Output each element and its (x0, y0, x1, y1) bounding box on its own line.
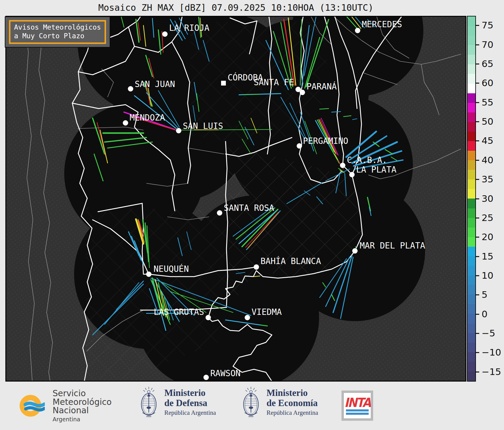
colorbar-segment (468, 36, 475, 45)
city-marker (162, 31, 168, 37)
tick-mark (476, 121, 479, 122)
inta-logo-inner: INTA (344, 393, 371, 418)
colorbar-tick-label: 5 (482, 289, 488, 300)
tick-mark (476, 371, 479, 372)
colorbar-segment (468, 84, 475, 93)
tick-mark (476, 160, 479, 161)
smn-line2: Meteorológico (53, 398, 112, 407)
alert-line1: Avisos Meteorológicos (14, 23, 101, 32)
smn-wordmark: Servicio Meteorológico Nacional Argentin… (53, 389, 112, 423)
city-label: SANTA ROSA (224, 203, 274, 213)
colorbar-tick-label: 0 (482, 308, 488, 319)
colorbar-segment (468, 64, 475, 74)
city-marker (128, 86, 133, 92)
tick-mark (476, 141, 479, 141)
colorbar-segment (468, 237, 475, 247)
colorbar-segment (468, 285, 475, 295)
footer: Servicio Meteorológico Nacional Argentin… (0, 382, 504, 430)
city-marker (300, 90, 305, 95)
smn-logo: Servicio Meteorológico Nacional Argentin… (19, 389, 112, 423)
tick-mark (476, 102, 479, 103)
colorbar-tick-label: −5 (482, 328, 495, 338)
tick-mark (476, 256, 479, 257)
colorbar-tick-label: 70 (482, 39, 493, 50)
city-marker (203, 375, 209, 380)
colorbar-segment (468, 112, 475, 122)
colorbar-segment (468, 160, 475, 170)
colorbar-tick-label: 50 (482, 116, 493, 127)
colorbar-segment (468, 275, 475, 285)
city-label: MERCEDES (362, 19, 402, 29)
economia-logo: Ministerio de Economía República Argenti… (241, 385, 318, 419)
colorbar-segment (468, 103, 475, 112)
smn-line3: Nacional (53, 406, 112, 415)
colorbar-segments (468, 16, 475, 381)
tick-mark (476, 198, 479, 199)
smn-line4: Argentina (53, 416, 112, 423)
tick-mark (476, 25, 479, 26)
colorbar-segment (468, 74, 475, 83)
city-label: LA RIOJA (169, 23, 209, 33)
tick-mark (476, 295, 479, 295)
city-marker (297, 143, 302, 149)
smn-line1: Servicio (53, 389, 112, 398)
colorbar-segment (468, 141, 475, 151)
colorbar-tick-label: 20 (482, 231, 493, 242)
colorbar-segment (468, 314, 475, 323)
colorbar-segment (468, 247, 475, 256)
colorbar-segment (468, 362, 475, 371)
inta-wordmark: INTA (344, 396, 370, 409)
tick-mark (476, 217, 479, 218)
alert-box-inner: Avisos Meteorológicos a Muy Corto Plazo (9, 20, 106, 44)
tick-mark (476, 314, 479, 315)
city-label: RAWSON (210, 368, 240, 378)
economia-line2: de Economía (266, 398, 318, 408)
defensa-line2: de Defensa (164, 398, 216, 408)
city-marker (245, 315, 250, 320)
city-label: SAN LUIS (183, 121, 223, 131)
radar-product-page: Mosaico ZH MAX [dBZ] 07.09.2025 10:10HOA… (0, 0, 504, 430)
colorbar-segment (468, 189, 475, 199)
defensa-line1: Ministerio (164, 388, 216, 398)
colorbar-segment (468, 352, 475, 362)
colorbar-segment (468, 170, 475, 179)
city-marker (355, 28, 360, 33)
coat-of-arms-icon (241, 385, 261, 419)
colorbar-tick-label: 55 (482, 97, 493, 107)
colorbar-tick-label: −15 (482, 366, 501, 377)
colorbar-tick-label: 15 (482, 251, 493, 261)
colorbar-tick-label: 35 (482, 174, 493, 184)
colorbar-segment (468, 266, 475, 275)
tick-mark (476, 63, 479, 64)
city-label: MENDOZA (130, 113, 165, 123)
colorbar-segment (468, 122, 475, 132)
smn-icon (19, 391, 45, 420)
tick-mark (476, 179, 479, 180)
city-marker (254, 264, 259, 270)
page-title: Mosaico ZH MAX [dBZ] 07.09.2025 10:10HOA… (5, 2, 466, 13)
defensa-logo: Ministerio de Defensa República Argentin… (139, 385, 216, 419)
wave-icon (26, 408, 44, 410)
colorbar-segment (468, 343, 475, 352)
city-label: SAN JUAN (135, 79, 175, 89)
city-label: LAS GRUTAS (154, 307, 204, 317)
economia-wordmark: Ministerio de Economía República Argenti… (266, 388, 318, 416)
radar-map: LA RIOJAMERCEDESSAN JUANCÓRDOBASANTA FEP… (5, 16, 466, 382)
tick-mark (476, 44, 479, 45)
city-label: PERGAMINO (303, 136, 348, 146)
city-marker (217, 210, 222, 216)
tick-mark (476, 275, 479, 276)
colorbar-segment (468, 151, 475, 160)
tick-mark (476, 352, 479, 353)
defensa-wordmark: Ministerio de Defensa República Argentin… (164, 388, 216, 416)
colorbar-segment (468, 45, 475, 55)
alert-box[interactable]: Avisos Meteorológicos a Muy Corto Plazo (5, 16, 110, 48)
city-label: VIEDMA (252, 307, 282, 317)
echo-segment (242, 94, 260, 94)
city-marker (123, 120, 128, 126)
city-label: SANTA FE (254, 77, 294, 87)
city-marker (352, 248, 358, 254)
city-label: LA PLATA (356, 165, 396, 175)
inta-logo: INTA (341, 391, 373, 421)
city-marker (206, 315, 211, 320)
